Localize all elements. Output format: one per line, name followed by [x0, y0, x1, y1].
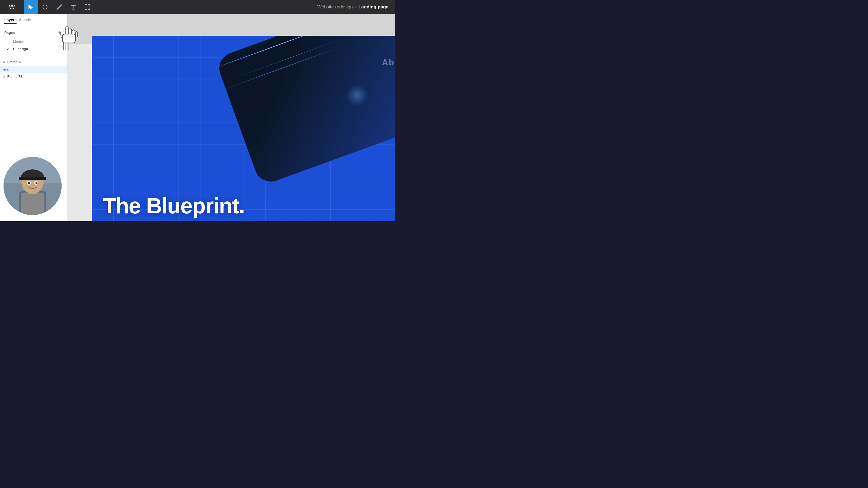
- svg-point-5: [43, 5, 47, 9]
- breadcrumb-separator: /: [355, 4, 356, 10]
- frame-tool-button[interactable]: [80, 0, 94, 14]
- layer-item-preview[interactable]: ers.: [0, 66, 67, 73]
- page-name-memes: Memes: [13, 40, 25, 44]
- canvas-area[interactable]: Abo The Blueprint.: [67, 14, 395, 221]
- text-tool-button[interactable]: [66, 0, 80, 14]
- layer-name-frame-73: Frame 73: [7, 74, 23, 78]
- tab-assets[interactable]: Assets: [19, 17, 31, 24]
- particle-glow: [346, 85, 368, 106]
- page-check-placeholder: [6, 40, 11, 44]
- page-name-ui-design: UI design: [13, 47, 28, 51]
- breadcrumb-page[interactable]: Landing page: [359, 4, 389, 10]
- pages-title: Pages: [4, 31, 14, 35]
- shape-tool-button[interactable]: [38, 0, 52, 14]
- svg-point-0: [8, 2, 16, 11]
- toolbar: Website redesign / Landing page: [0, 0, 395, 14]
- select-tool-button[interactable]: [24, 0, 38, 14]
- layer-item-frame-73[interactable]: # Frame 73: [0, 73, 67, 80]
- svg-point-4: [13, 5, 14, 6]
- add-page-button[interactable]: +: [56, 29, 63, 36]
- page-item-ui-design[interactable]: ✓ UI design: [4, 45, 63, 53]
- pages-section: Pages + Memes ✓ UI design: [0, 26, 67, 56]
- layer-icon-frame-78: #: [3, 60, 5, 64]
- svg-point-15: [28, 182, 30, 184]
- svg-rect-9: [21, 193, 44, 215]
- panel-tabs: Layers Assets: [0, 14, 67, 26]
- pages-header: Pages +: [4, 29, 63, 36]
- svg-point-3: [10, 5, 11, 6]
- left-panel: Layers Assets Pages + Memes ✓ UI design …: [0, 14, 67, 221]
- canvas-content: Abo The Blueprint.: [67, 14, 395, 221]
- layer-icon-frame-73: #: [3, 75, 5, 78]
- page-item-memes[interactable]: Memes: [4, 38, 63, 45]
- breadcrumb-project[interactable]: Website redesign: [317, 4, 353, 10]
- layer-item-frame-78[interactable]: # Frame 78: [0, 58, 67, 66]
- layer-name-preview: ers.: [3, 67, 9, 71]
- pen-tool-button[interactable]: [52, 0, 66, 14]
- breadcrumb: Website redesign / Landing page: [317, 4, 389, 10]
- app-logo[interactable]: [0, 0, 24, 14]
- avatar: [3, 156, 62, 216]
- canvas-text-blueprint: The Blueprint.: [102, 193, 244, 219]
- canvas-blue-frame: Abo The Blueprint.: [92, 36, 395, 221]
- layer-name-frame-78: Frame 78: [7, 60, 23, 64]
- svg-point-16: [35, 182, 38, 184]
- canvas-text-about: Abo: [382, 58, 395, 67]
- tab-layers[interactable]: Layers: [4, 17, 17, 24]
- page-check-ui-design: ✓: [6, 47, 11, 51]
- svg-rect-12: [19, 177, 46, 180]
